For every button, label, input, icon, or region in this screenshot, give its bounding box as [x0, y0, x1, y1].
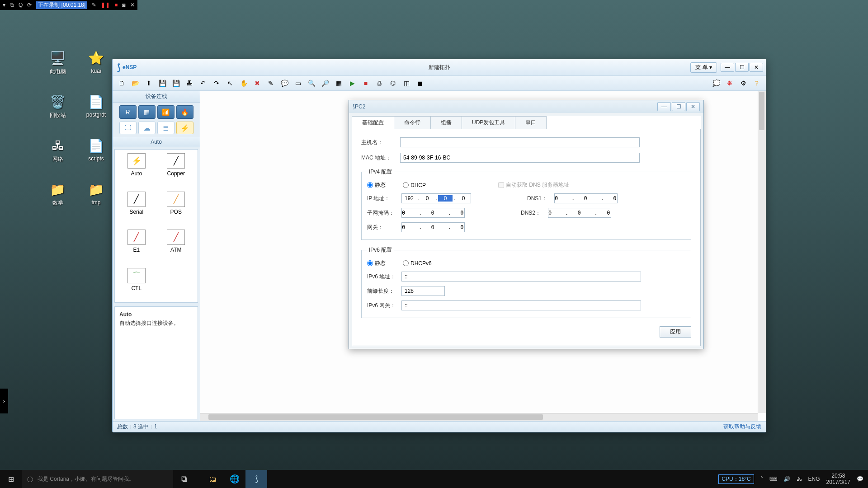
- tb-zoomout-icon[interactable]: 🔎: [320, 78, 330, 89]
- host-input[interactable]: [400, 137, 640, 147]
- ipv4-dhcp-radio[interactable]: DHCP: [403, 182, 426, 188]
- cat-firewall[interactable]: 🔥: [176, 105, 193, 119]
- tb-panel2-icon[interactable]: ◼: [415, 78, 425, 89]
- tb-new-icon[interactable]: 🗋: [116, 78, 127, 89]
- camera-icon[interactable]: ◙: [122, 2, 125, 8]
- tab-serial[interactable]: 串口: [515, 116, 547, 129]
- ensp-task-icon[interactable]: ⟆: [245, 470, 267, 488]
- dev-serial[interactable]: ╱Serial: [118, 192, 155, 223]
- desktop-icon-recycle[interactable]: 🗑️回收站: [41, 94, 75, 119]
- recording-side-handle[interactable]: ›: [0, 389, 8, 413]
- dev-auto[interactable]: ⚡Auto: [118, 153, 155, 184]
- tb-text-icon[interactable]: 💬: [279, 78, 290, 89]
- tb-hand-icon[interactable]: ✋: [238, 78, 249, 89]
- explorer-icon[interactable]: 🗂: [202, 470, 224, 488]
- tb-capture-icon[interactable]: ⎙: [374, 78, 385, 89]
- tb-huawei-icon[interactable]: ❋: [724, 78, 735, 89]
- tb-redo-icon[interactable]: ↷: [211, 78, 222, 89]
- cat-pc[interactable]: 🖵: [119, 122, 137, 134]
- rec-search-icon[interactable]: Q: [19, 2, 23, 8]
- tb-settings-icon[interactable]: ⚙: [738, 78, 749, 89]
- pc2-close-button[interactable]: ✕: [686, 102, 700, 111]
- ipv6gw-input[interactable]: [401, 300, 641, 310]
- tab-cli[interactable]: 命令行: [394, 116, 431, 129]
- dev-pos[interactable]: ╱POS: [158, 192, 194, 223]
- tb-save-icon[interactable]: 💾: [157, 78, 168, 89]
- close-button[interactable]: ✕: [750, 63, 763, 72]
- desktop-icon-thispc[interactable]: 🖥️此电脑: [41, 50, 75, 75]
- tb-saveas-icon[interactable]: 💾: [170, 78, 181, 89]
- tb-undo-icon[interactable]: ↶: [198, 78, 208, 89]
- mask-input[interactable]: [401, 208, 465, 218]
- tb-up-icon[interactable]: ⬆: [143, 78, 154, 89]
- cat-cable[interactable]: ⚡: [176, 122, 193, 134]
- menu-button[interactable]: 菜 单 ▾: [690, 62, 717, 73]
- gw-input[interactable]: [401, 222, 465, 232]
- tab-multicast[interactable]: 组播: [430, 116, 462, 129]
- canvas-hscroll[interactable]: [200, 413, 758, 421]
- desktop-icon-tmp[interactable]: 📁tmp: [79, 181, 113, 207]
- tb-panel-icon[interactable]: ◫: [401, 78, 412, 89]
- plen-input[interactable]: [401, 286, 445, 296]
- ipv4-static-radio[interactable]: 静态: [367, 181, 386, 189]
- tb-pointer-icon[interactable]: ↖: [225, 78, 236, 89]
- tb-fit-icon[interactable]: ▦: [333, 78, 344, 89]
- rec-dropdown-icon[interactable]: ▾: [3, 2, 5, 8]
- desktop-icon-math[interactable]: 📁数学: [41, 181, 75, 207]
- tb-edit-icon[interactable]: ✎: [265, 78, 276, 89]
- minimize-button[interactable]: —: [721, 63, 734, 72]
- cortana-search[interactable]: ◯ 我是 Cortana，小娜。有问题尽管问我。: [22, 470, 173, 488]
- dev-ctl[interactable]: ⌒CTL: [118, 268, 155, 299]
- desktop-icon-kuai[interactable]: ⭐kuai: [79, 50, 113, 75]
- tb-stop-icon[interactable]: ■: [360, 78, 371, 89]
- tray-network-icon[interactable]: 🖧: [797, 476, 802, 482]
- chrome-icon[interactable]: 🌐: [224, 470, 245, 488]
- tray-up-icon[interactable]: ˄: [760, 476, 763, 482]
- taskview-icon[interactable]: ⧉: [173, 470, 195, 488]
- cpu-temp[interactable]: CPU：18°C: [718, 474, 754, 484]
- tb-rect-icon[interactable]: ▭: [292, 78, 303, 89]
- rec-window-icon[interactable]: ⧉: [10, 2, 14, 8]
- cat-server[interactable]: ≣: [157, 122, 175, 134]
- ipv6-dhcp-radio[interactable]: DHCPv6: [403, 260, 432, 267]
- pencil-icon[interactable]: ✎: [92, 2, 96, 8]
- pc2-maximize-button[interactable]: ☐: [672, 102, 685, 111]
- cat-cloud[interactable]: ☁: [138, 122, 156, 134]
- tb-help-icon[interactable]: ?: [751, 78, 762, 89]
- help-link[interactable]: 获取帮助与反馈: [723, 423, 761, 431]
- pc2-minimize-button[interactable]: —: [657, 102, 671, 111]
- dns2-input[interactable]: [548, 208, 611, 218]
- close-icon[interactable]: ✕: [130, 2, 135, 8]
- tb-open-icon[interactable]: 📂: [130, 78, 141, 89]
- tab-basic[interactable]: 基础配置: [352, 116, 394, 129]
- cat-switch[interactable]: ▦: [138, 105, 156, 119]
- cat-wlan[interactable]: 📶: [157, 105, 175, 119]
- tray-notifications-icon[interactable]: 💬: [857, 476, 863, 482]
- cat-router[interactable]: R: [119, 105, 137, 119]
- tb-delete-icon[interactable]: ✖: [252, 78, 263, 89]
- desktop-icon-network[interactable]: 🖧网络: [41, 137, 75, 163]
- desktop-icon-scripts[interactable]: 📄scripts: [79, 137, 113, 163]
- ip-input[interactable]: 192. 0. 0. 0: [401, 193, 471, 203]
- dev-atm[interactable]: ╱ATM: [158, 230, 194, 261]
- ipv6-static-radio[interactable]: 静态: [367, 259, 386, 267]
- dev-copper[interactable]: ╱Copper: [158, 153, 194, 184]
- stop-icon[interactable]: ■: [114, 2, 118, 8]
- tray-lang[interactable]: ENG: [808, 476, 820, 482]
- rec-refresh-icon[interactable]: ⟳: [27, 2, 32, 8]
- mac-input[interactable]: [400, 153, 640, 163]
- dev-e1[interactable]: ╱E1: [118, 230, 155, 261]
- tray-clock[interactable]: 20:58 2017/3/17: [826, 473, 850, 486]
- tb-zoomin-icon[interactable]: 🔍: [306, 78, 317, 89]
- canvas-vscroll[interactable]: [758, 91, 766, 413]
- apply-button[interactable]: 应用: [660, 326, 691, 338]
- ensp-titlebar[interactable]: ⟆ eNSP 新建拓扑 菜 单 ▾ — ☐ ✕: [113, 59, 766, 75]
- desktop-icon-postgrdt[interactable]: 📄postgrdt: [79, 94, 113, 119]
- pc2-titlebar[interactable]: ⟆ PC2 — ☐ ✕: [349, 100, 703, 113]
- tray-volume-icon[interactable]: 🔊: [783, 476, 790, 482]
- maximize-button[interactable]: ☐: [735, 63, 749, 72]
- dns1-input[interactable]: [554, 193, 618, 203]
- tb-chat-icon[interactable]: 💭: [711, 78, 722, 89]
- pause-icon[interactable]: ❚❚: [101, 2, 110, 8]
- tb-tree-icon[interactable]: ⌬: [387, 78, 398, 89]
